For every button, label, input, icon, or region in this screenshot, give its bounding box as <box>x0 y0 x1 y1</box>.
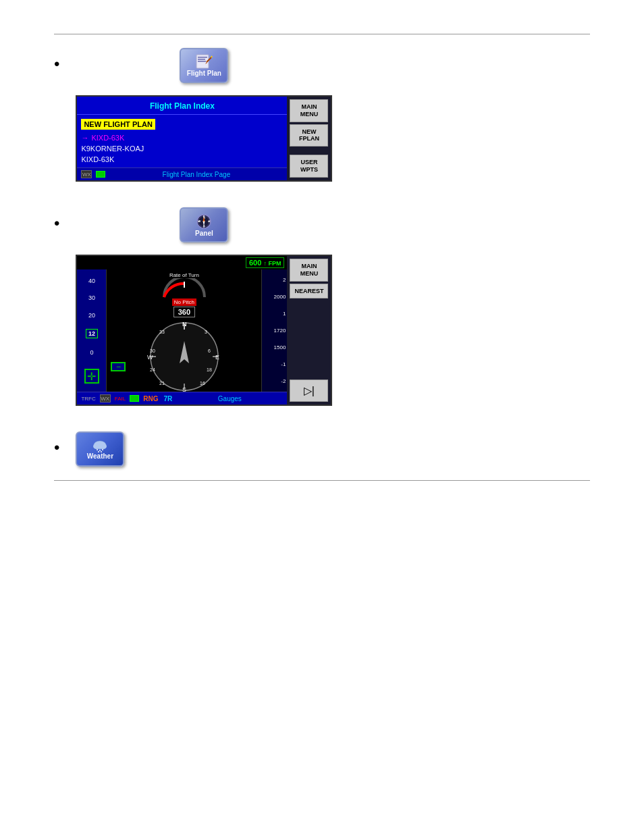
panel-screen: 600 ↑ FPM 40 30 20 12 0 <box>76 255 332 406</box>
heading-display: 360 <box>173 307 195 317</box>
svg-text:6: 6 <box>208 348 211 353</box>
panel-main-area: 600 ↑ FPM 40 30 20 12 0 <box>77 256 287 405</box>
page-container: • Flight Plan <box>0 0 644 834</box>
panel-content-area: 40 30 20 12 0 ✛ Rate of Turn <box>77 269 287 392</box>
flight-plan-icon <box>194 54 213 69</box>
crosshair-button[interactable]: ✛ <box>84 369 99 384</box>
zoom-out-button[interactable]: − <box>111 362 126 371</box>
svg-point-39 <box>93 444 100 449</box>
fplan-item-1: K9KORNER-KOAJ <box>81 143 283 154</box>
svg-text:21: 21 <box>159 381 165 386</box>
bullet-2: • <box>54 215 59 232</box>
flight-plan-screen: Flight Plan Index NEW FLIGHT PLAN → KIXD… <box>76 95 332 182</box>
fail-label: FAIL <box>115 396 126 402</box>
vsi-2-top: 2 <box>283 277 286 283</box>
rng-label: RNG <box>143 395 158 402</box>
fplan-page-label: Flight Plan Index Page <box>109 171 283 178</box>
svg-point-40 <box>100 444 107 449</box>
svg-text:E: E <box>209 219 211 223</box>
rate-of-turn-gauge <box>157 278 211 298</box>
alt-current: 12 <box>86 329 98 338</box>
weather-btn-label: Weather <box>87 452 113 460</box>
new-flight-label: NEW FLIGHT PLAN <box>81 119 155 130</box>
fplan-main-area: Flight Plan Index NEW FLIGHT PLAN → KIXD… <box>77 97 287 180</box>
panel-wx-icon: WX <box>100 394 111 402</box>
rate-of-turn-label: Rate of Turn <box>169 272 199 278</box>
panel-icon: N S E W <box>196 213 212 230</box>
panel-status-bar: TRFC WX FAIL RNG 7R Gauges <box>77 392 287 405</box>
fplan-item-label-0: KIXD-63K <box>91 134 124 142</box>
flight-plan-btn-label: Flight Plan <box>187 70 221 78</box>
fplan-item-0: → KIXD-63K <box>81 132 283 143</box>
weather-section: • Weather <box>54 432 590 467</box>
bullet-1: • <box>54 56 59 72</box>
fplan-user-wpts-btn[interactable]: USERWPTS <box>290 155 328 178</box>
alt-30: 30 <box>88 294 95 301</box>
fplan-new-fplan-btn[interactable]: NEWFPLAN <box>290 124 328 147</box>
vsi-2000: 2000 <box>274 294 286 300</box>
flight-plan-section: • Flight Plan <box>54 48 590 195</box>
vsi-1: 1 <box>283 311 286 317</box>
trfc-label: TRFC <box>81 396 95 402</box>
fplan-item-2: KIXD-63K <box>81 154 283 165</box>
no-pitch-indicator: No Pitch <box>172 298 196 306</box>
panel-top-bar: 600 ↑ FPM <box>77 256 287 269</box>
fplan-arrow-0: → <box>81 134 88 142</box>
gauges-label: Gauges <box>176 395 283 402</box>
compass-rose: N E S W 33 30 3 6 24 21 <box>140 317 228 392</box>
weather-icon <box>90 439 109 452</box>
svg-point-42 <box>99 450 101 451</box>
fplan-status-bar: WX Flight Plan Index Page <box>77 167 287 180</box>
panel-btn-label: Panel <box>195 230 213 237</box>
svg-line-6 <box>211 56 212 57</box>
bottom-divider <box>54 480 590 481</box>
rng-value: 7R <box>163 395 172 402</box>
svg-text:24: 24 <box>150 367 155 372</box>
wx-icon: WX <box>81 170 92 178</box>
svg-text:E: E <box>215 354 219 361</box>
fplan-title: Flight Plan Index <box>150 101 215 111</box>
top-divider <box>54 34 590 34</box>
fplan-main-menu-btn[interactable]: MAINMENU <box>290 99 328 122</box>
svg-point-41 <box>97 449 98 450</box>
alt-0: 0 <box>90 349 93 356</box>
vsi-2-bot: -2 <box>281 378 286 384</box>
svg-text:3: 3 <box>205 330 207 334</box>
alt-20: 20 <box>88 312 95 319</box>
panel-nav-btn[interactable]: ▷| <box>290 380 328 402</box>
fpm-display: 600 ↑ FPM <box>246 257 284 268</box>
svg-text:W: W <box>198 219 201 223</box>
alt-40: 40 <box>88 278 95 284</box>
altimeter-strip: 40 30 20 12 0 ✛ <box>77 269 107 392</box>
vsi-strip: 2 2000 1 1720 1500 -1 -2 <box>261 269 287 392</box>
svg-text:16: 16 <box>200 381 205 386</box>
fpm-value: 600 <box>249 259 261 267</box>
panel-section: • N S E W <box>54 207 590 419</box>
svg-rect-2 <box>198 59 205 60</box>
panel-button[interactable]: N S E W Panel <box>180 207 228 242</box>
panel-main-menu-btn[interactable]: MAINMENU <box>290 259 328 282</box>
svg-text:30: 30 <box>150 348 155 353</box>
panel-nearest-btn[interactable]: NEAREST <box>290 284 328 299</box>
fplan-title-bar: Flight Plan Index <box>77 97 287 115</box>
panel-sidebar: MAINMENU NEAREST ▷| <box>287 256 331 405</box>
svg-text:18: 18 <box>207 367 212 372</box>
svg-rect-1 <box>198 57 207 58</box>
bat-icon <box>96 171 105 178</box>
weather-button[interactable]: Weather <box>76 432 124 467</box>
svg-rect-3 <box>198 61 206 62</box>
vsi-1500: 1500 <box>274 344 286 350</box>
vsi-1720: 1720 <box>274 328 286 334</box>
fplan-sidebar: MAINMENU NEWFPLAN USERWPTS <box>287 97 331 180</box>
svg-text:S: S <box>203 224 205 228</box>
svg-point-43 <box>102 449 103 450</box>
compass-area: Rate of Turn No Pitch 360 <box>107 269 261 392</box>
svg-text:33: 33 <box>159 330 165 334</box>
svg-text:W: W <box>147 354 153 361</box>
fplan-content: NEW FLIGHT PLAN → KIXD-63K K9KORNER-KOAJ… <box>77 115 287 167</box>
panel-bat-icon <box>130 395 139 402</box>
fpm-unit: ↑ FPM <box>263 260 281 267</box>
bullet-3: • <box>54 440 59 456</box>
fplan-new-flight-plan: NEW FLIGHT PLAN <box>81 118 283 132</box>
flight-plan-button[interactable]: Flight Plan <box>180 48 228 83</box>
